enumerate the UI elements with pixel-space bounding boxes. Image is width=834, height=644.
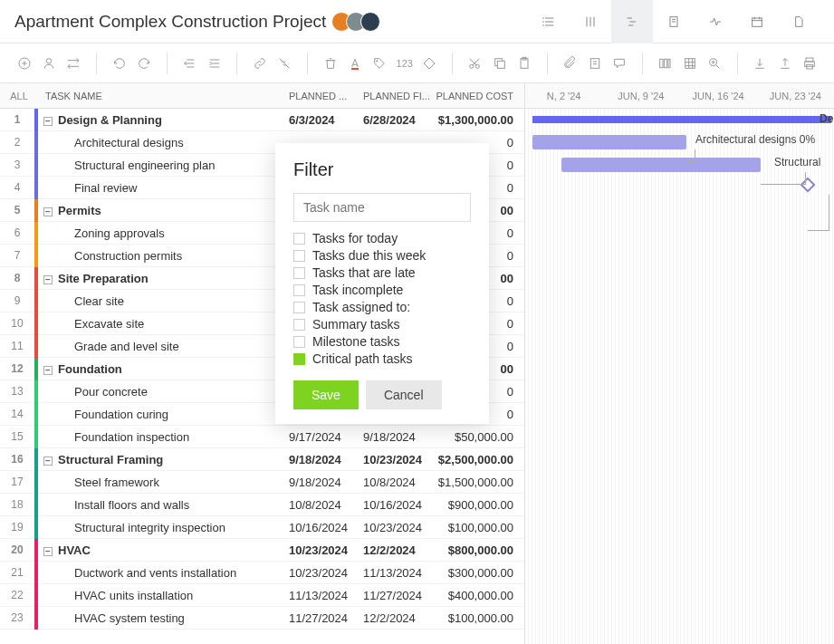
swap-icon[interactable] (64, 53, 83, 74)
checkbox[interactable] (293, 319, 305, 331)
task-row[interactable]: 19Structural integrity inspection10/16/2… (0, 516, 524, 539)
task-row[interactable]: 15Foundation inspection9/17/20249/18/202… (0, 426, 524, 448)
filter-option[interactable]: Task incomplete (293, 283, 471, 297)
undo-icon[interactable] (110, 53, 129, 74)
grid-icon[interactable] (680, 53, 699, 74)
task-name-cell[interactable]: Architectural designs (38, 136, 285, 149)
planned-start-cell[interactable]: 9/18/2024 (285, 476, 359, 489)
planned-cost-cell[interactable]: $100,000.00 (434, 521, 524, 534)
task-name-cell[interactable]: Zoning approvals (38, 226, 285, 240)
task-name-cell[interactable]: Foundation curing (38, 408, 285, 421)
planned-start-cell[interactable]: 9/17/2024 (285, 430, 359, 444)
cancel-button[interactable]: Cancel (366, 380, 442, 409)
task-name-cell[interactable]: Construction permits (38, 249, 285, 263)
task-name-cell[interactable]: −Permits (38, 204, 285, 217)
task-name-cell[interactable]: −Design & Planning (38, 113, 285, 127)
task-name-cell[interactable]: −HVAC (38, 543, 285, 557)
col-start[interactable]: PLANNED ... (285, 91, 359, 101)
col-finish[interactable]: PLANNED FI... (359, 91, 434, 101)
redo-icon[interactable] (134, 53, 153, 74)
checkbox[interactable] (293, 250, 305, 262)
assign-icon[interactable] (39, 53, 58, 74)
doc-view-icon[interactable] (653, 0, 695, 43)
outdent-icon[interactable] (180, 53, 199, 74)
planned-cost-cell[interactable]: $100,000.00 (434, 611, 524, 625)
task-row[interactable]: 23HVAC system testing11/27/202412/2/2024… (0, 607, 524, 630)
planned-start-cell[interactable]: 9/18/2024 (285, 453, 359, 466)
task-name-cell[interactable]: Install floors and walls (38, 498, 285, 512)
planned-cost-cell[interactable]: $2,500,000.00 (434, 453, 524, 466)
list-view-icon[interactable] (528, 0, 570, 43)
unlink-icon[interactable] (275, 53, 294, 74)
checkbox[interactable] (293, 267, 305, 279)
planned-cost-cell[interactable]: $300,000.00 (434, 566, 524, 580)
planned-finish-cell[interactable]: 11/27/2024 (359, 589, 434, 602)
task-name-cell[interactable]: Clear site (38, 294, 285, 308)
checkbox[interactable] (293, 353, 305, 365)
planned-cost-cell[interactable]: $400,000.00 (434, 589, 524, 602)
planned-finish-cell[interactable]: 10/23/2024 (359, 453, 434, 466)
task-row[interactable]: 20−HVAC10/23/202412/2/2024$800,000.00 (0, 539, 524, 562)
task-name-cell[interactable]: Structural engineering plan (38, 159, 285, 172)
task-row[interactable]: 18Install floors and walls10/8/202410/16… (0, 494, 524, 516)
comment-icon[interactable] (609, 53, 628, 74)
link-icon[interactable] (250, 53, 269, 74)
task-row[interactable]: 21Ductwork and vents installation10/23/2… (0, 562, 524, 584)
filter-option[interactable]: Summary tasks (293, 317, 471, 332)
checkbox[interactable] (293, 233, 305, 245)
gantt-task-bar[interactable] (561, 158, 761, 172)
checkbox[interactable] (293, 302, 305, 313)
add-icon[interactable] (14, 53, 34, 74)
gantt-view-icon[interactable] (611, 0, 653, 43)
text-color-icon[interactable] (345, 53, 364, 74)
checkbox[interactable] (293, 336, 305, 348)
filter-option[interactable]: Tasks that are late (293, 265, 471, 280)
planned-start-cell[interactable]: 11/13/2024 (285, 589, 359, 602)
filter-option[interactable]: Tasks for today (293, 231, 471, 245)
planned-cost-cell[interactable]: $1,300,000.00 (434, 113, 524, 127)
collaborator-avatars[interactable] (337, 12, 380, 32)
col-cost[interactable]: PLANNED COST (434, 91, 524, 101)
task-name-cell[interactable]: Structural integrity inspection (38, 521, 285, 534)
planned-cost-cell[interactable]: $800,000.00 (434, 543, 524, 557)
planned-finish-cell[interactable]: 12/2/2024 (359, 543, 434, 557)
activity-icon[interactable] (695, 0, 736, 43)
task-name-cell[interactable]: −Foundation (38, 362, 285, 376)
planned-finish-cell[interactable]: 6/28/2024 (359, 113, 434, 127)
collapse-icon[interactable]: − (43, 457, 53, 466)
task-name-cell[interactable]: Grade and level site (38, 340, 285, 353)
col-name[interactable]: TASK NAME (38, 91, 285, 101)
task-name-cell[interactable]: Pour concrete (38, 385, 285, 399)
number-icon[interactable]: 123 (395, 53, 414, 74)
delete-icon[interactable] (321, 53, 340, 74)
planned-cost-cell[interactable]: $900,000.00 (434, 498, 524, 512)
planned-finish-cell[interactable]: 10/16/2024 (359, 498, 434, 512)
gantt-task-bar[interactable] (532, 135, 686, 149)
indent-icon[interactable] (205, 53, 224, 74)
file-icon[interactable] (778, 0, 820, 43)
task-name-cell[interactable]: −Structural Framing (38, 453, 285, 466)
planned-start-cell[interactable]: 10/8/2024 (285, 498, 359, 512)
task-name-cell[interactable]: Excavate site (38, 317, 285, 331)
note-icon[interactable] (585, 53, 604, 74)
task-name-cell[interactable]: Final review (38, 181, 285, 195)
planned-start-cell[interactable]: 10/23/2024 (285, 566, 359, 580)
avatar[interactable] (360, 12, 380, 32)
task-name-cell[interactable]: −Site Preparation (38, 272, 285, 285)
filter-option[interactable]: Critical path tasks (293, 351, 471, 366)
filter-name-input[interactable] (293, 193, 471, 222)
planned-finish-cell[interactable]: 11/13/2024 (359, 566, 434, 580)
planned-finish-cell[interactable]: 12/2/2024 (359, 611, 434, 625)
task-row[interactable]: 16−Structural Framing9/18/202410/23/2024… (0, 448, 524, 471)
planned-finish-cell[interactable]: 9/18/2024 (359, 430, 434, 444)
attach-icon[interactable] (561, 53, 580, 74)
planned-finish-cell[interactable]: 10/8/2024 (359, 476, 434, 489)
gantt-chart[interactable]: N, 2 '24 JUN, 9 '24 JUN, 16 '24 JUN, 23 … (525, 83, 834, 644)
planned-start-cell[interactable]: 11/27/2024 (285, 611, 359, 625)
task-name-cell[interactable]: Steel framework (38, 476, 285, 489)
priority-icon[interactable] (419, 53, 438, 74)
planned-cost-cell[interactable]: $1,500,000.00 (434, 476, 524, 489)
save-button[interactable]: Save (293, 380, 359, 409)
checkbox[interactable] (293, 284, 305, 296)
zoom-icon[interactable] (705, 53, 724, 74)
